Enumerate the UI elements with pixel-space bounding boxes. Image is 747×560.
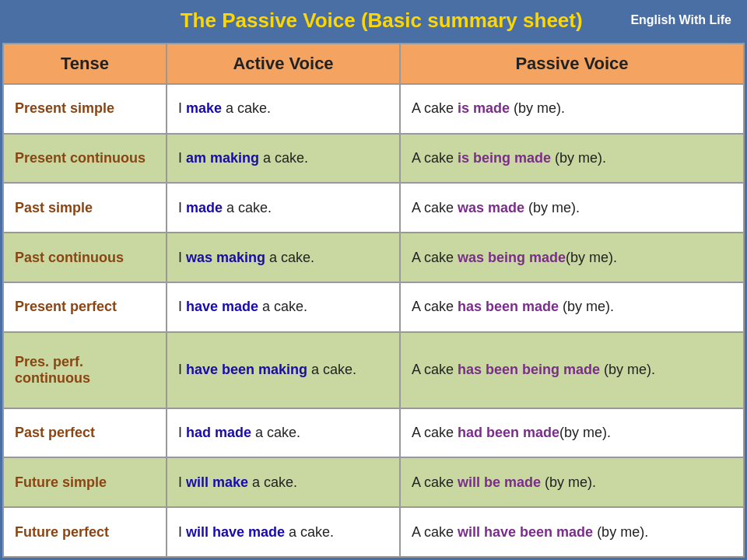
tense-cell: Future perfect [3, 507, 167, 557]
tense-cell: Present perfect [3, 282, 167, 332]
active-pre-text: I [178, 425, 186, 440]
passive-voice-table: Tense Active Voice Passive Voice Present… [2, 43, 745, 558]
passive-voice-cell: A cake had been made(by me). [400, 408, 744, 458]
passive-pre-text: A cake [412, 474, 458, 490]
tense-cell: Present simple [3, 84, 167, 134]
passive-voice-cell: A cake will have been made (by me). [400, 507, 744, 557]
active-pre-text: I [178, 150, 186, 166]
active-voice-cell: I will have made a cake. [167, 507, 400, 557]
active-highlight-text: made [186, 200, 223, 215]
active-highlight-text: will make [186, 474, 248, 490]
passive-voice-cell: A cake has been made (by me). [400, 282, 744, 332]
passive-post-text: (by me). [559, 425, 611, 440]
passive-voice-cell: A cake will be made (by me). [400, 457, 744, 507]
active-voice-cell: I am making a cake. [167, 134, 400, 184]
active-pre-text: I [178, 299, 186, 314]
page-title: The Passive Voice (Basic summary sheet) [140, 9, 622, 33]
passive-post-text: (by me). [510, 100, 565, 116]
table-row: Past simpleI made a cake.A cake was made… [3, 183, 744, 233]
tense-cell: Present continuous [3, 134, 167, 184]
active-highlight-text: was making [186, 250, 265, 265]
active-pre-text: I [178, 524, 186, 540]
passive-pre-text: A cake [412, 362, 458, 377]
table-row: Present perfectI have made a cake.A cake… [3, 282, 744, 332]
active-post-text: a cake. [223, 200, 272, 215]
col-passive-header: Passive Voice [400, 44, 744, 84]
active-voice-cell: I have been making a cake. [167, 332, 400, 408]
passive-pre-text: A cake [412, 425, 458, 440]
active-post-text: a cake. [259, 150, 308, 166]
passive-pre-text: A cake [412, 150, 458, 166]
active-post-text: a cake. [248, 474, 297, 490]
header: The Passive Voice (Basic summary sheet) … [0, 0, 747, 40]
passive-post-text: (by me). [566, 250, 617, 265]
passive-pre-text: A cake [412, 200, 458, 215]
table-row: Past perfectI had made a cake.A cake had… [3, 408, 744, 458]
passive-voice-cell: A cake has been being made (by me). [400, 332, 744, 408]
active-post-text: a cake. [265, 250, 314, 265]
active-highlight-text: had made [186, 425, 251, 440]
passive-voice-cell: A cake is made (by me). [400, 84, 744, 134]
active-pre-text: I [178, 100, 186, 116]
active-highlight-text: will have made [186, 524, 285, 540]
passive-pre-text: A cake [412, 524, 458, 540]
active-pre-text: I [178, 474, 186, 490]
passive-highlight-text: was being made [458, 250, 566, 265]
passive-post-text: (by me). [551, 150, 606, 166]
table-row: Pres. perf. continuousI have been making… [3, 332, 744, 408]
active-post-text: a cake. [251, 425, 300, 440]
active-pre-text: I [178, 200, 186, 215]
passive-pre-text: A cake [412, 250, 458, 265]
passive-highlight-text: is made [458, 100, 510, 116]
active-highlight-text: have made [186, 299, 258, 314]
passive-post-text: (by me). [600, 362, 655, 377]
table-row: Past continuousI was making a cake.A cak… [3, 233, 744, 282]
active-pre-text: I [178, 362, 186, 377]
passive-highlight-text: had been made [458, 425, 559, 440]
passive-pre-text: A cake [412, 299, 458, 314]
table-row: Future perfectI will have made a cake.A … [3, 507, 744, 557]
tense-cell: Past continuous [3, 233, 167, 282]
passive-post-text: (by me). [541, 474, 596, 490]
passive-highlight-text: is being made [458, 150, 551, 166]
passive-highlight-text: was made [458, 200, 524, 215]
passive-voice-cell: A cake was being made(by me). [400, 233, 744, 282]
table-header-row: Tense Active Voice Passive Voice [3, 44, 744, 84]
passive-highlight-text: will have been made [458, 524, 593, 540]
passive-pre-text: A cake [412, 100, 458, 116]
active-voice-cell: I made a cake. [167, 183, 400, 233]
active-post-text: a cake. [222, 100, 271, 116]
col-active-header: Active Voice [167, 44, 400, 84]
active-voice-cell: I make a cake. [167, 84, 400, 134]
active-pre-text: I [178, 250, 186, 265]
col-tense-header: Tense [3, 44, 167, 84]
active-post-text: a cake. [307, 362, 356, 377]
active-highlight-text: have been making [186, 362, 307, 377]
passive-voice-cell: A cake is being made (by me). [400, 134, 744, 184]
active-post-text: a cake. [258, 299, 307, 314]
tense-cell: Future simple [3, 457, 167, 507]
active-highlight-text: make [186, 100, 222, 116]
passive-voice-cell: A cake was made (by me). [400, 183, 744, 233]
passive-highlight-text: will be made [458, 474, 541, 490]
table-row: Future simpleI will make a cake.A cake w… [3, 457, 744, 507]
passive-post-text: (by me). [559, 299, 614, 314]
tense-cell: Pres. perf. continuous [3, 332, 167, 408]
passive-post-text: (by me). [593, 524, 648, 540]
passive-highlight-text: has been made [458, 299, 559, 314]
tense-cell: Past perfect [3, 408, 167, 458]
brand-label: English With Life [630, 13, 731, 27]
table-row: Present simpleI make a cake.A cake is ma… [3, 84, 744, 134]
active-highlight-text: am making [186, 150, 259, 166]
tense-cell: Past simple [3, 183, 167, 233]
active-voice-cell: I was making a cake. [167, 233, 400, 282]
passive-highlight-text: has been being made [458, 362, 600, 377]
table-row: Present continuousI am making a cake.A c… [3, 134, 744, 184]
active-voice-cell: I will make a cake. [167, 457, 400, 507]
passive-post-text: (by me). [524, 200, 580, 215]
active-voice-cell: I had made a cake. [167, 408, 400, 458]
active-post-text: a cake. [285, 524, 334, 540]
table-container: Tense Active Voice Passive Voice Present… [0, 40, 747, 560]
active-voice-cell: I have made a cake. [167, 282, 400, 332]
